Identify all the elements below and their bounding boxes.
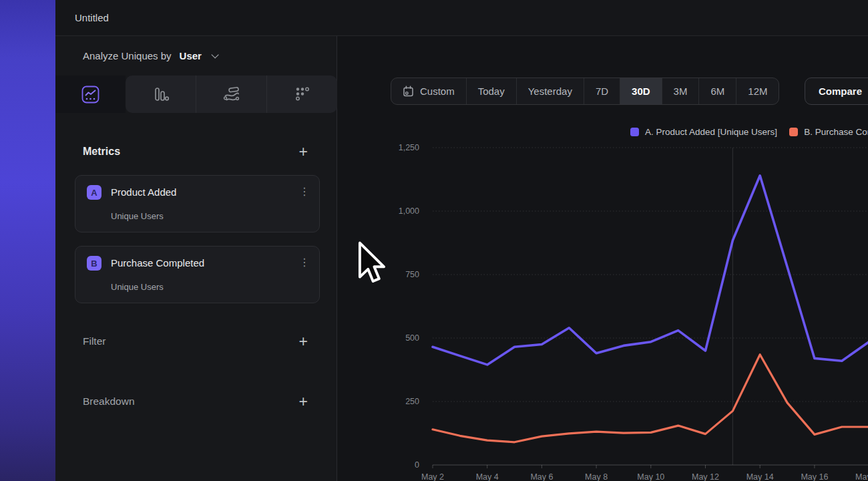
line-chart-canvas[interactable]: 02505007501,0001,250May 2May 4May 6May 8… xyxy=(337,114,868,481)
calendar-icon xyxy=(403,86,414,97)
chevron-down-icon xyxy=(211,51,218,58)
metric-subtitle[interactable]: Unique Users xyxy=(111,282,164,292)
filter-title: Filter xyxy=(83,335,105,347)
x-axis-label: May 8 xyxy=(585,472,608,481)
time-range-option[interactable]: 7D xyxy=(584,78,620,104)
tab-bar-chart[interactable] xyxy=(126,75,196,113)
y-axis-label: 0 xyxy=(415,460,419,470)
x-axis-label: May 14 xyxy=(746,472,774,481)
breakdown-section: Breakdown + xyxy=(55,391,337,412)
metric-options-kebab-icon[interactable]: ⋮ xyxy=(299,185,310,198)
y-axis-label: 250 xyxy=(405,397,419,406)
metrics-title: Metrics xyxy=(83,146,120,158)
metric-card-b[interactable]: B Purchase Completed Unique Users ⋮ xyxy=(75,246,320,303)
tab-metrics-grid[interactable] xyxy=(266,75,337,113)
add-metric-button[interactable]: + xyxy=(299,145,308,158)
time-range-option[interactable]: 6M xyxy=(698,78,736,104)
time-range-selector: Custom Today Yesterday 7D 30D 3M 6M 12M xyxy=(391,77,779,105)
analyze-by-label: Analyze Uniques by xyxy=(83,50,172,61)
report-title[interactable]: Untitled xyxy=(75,12,109,23)
metric-badge-a: A xyxy=(87,185,101,200)
chart-type-tabs xyxy=(55,75,337,113)
time-range-option[interactable]: 3M xyxy=(662,78,699,104)
chart-type-tab-group xyxy=(126,75,337,113)
x-axis-label: May 18 xyxy=(855,472,868,481)
metrics-header: Metrics + xyxy=(55,141,337,162)
metric-badge-b: B xyxy=(87,256,101,271)
x-axis-label: May 6 xyxy=(530,472,553,481)
y-axis-label: 1,250 xyxy=(399,143,419,152)
time-range-option[interactable]: Custom xyxy=(391,78,466,104)
metric-subtitle[interactable]: Unique Users xyxy=(111,211,164,221)
analytics-app: Untitled Analyze Uniques by User xyxy=(0,0,868,481)
flow-icon xyxy=(222,86,240,104)
series-line[interactable] xyxy=(433,176,868,365)
analyze-by-value-dropdown[interactable]: User xyxy=(180,50,202,61)
x-axis-label: May 4 xyxy=(476,472,499,481)
add-filter-button[interactable]: + xyxy=(299,335,308,348)
time-range-option[interactable]: 30D xyxy=(620,78,662,104)
time-range-option[interactable]: Today xyxy=(466,78,516,104)
metric-options-kebab-icon[interactable]: ⋮ xyxy=(299,256,310,269)
breakdown-title: Breakdown xyxy=(83,395,135,408)
mouse-cursor xyxy=(356,240,387,289)
compare-button[interactable]: Compare xyxy=(805,77,868,105)
tab-insights-chart[interactable] xyxy=(55,75,126,113)
dots-grid-icon xyxy=(294,86,311,103)
x-axis-label: May 10 xyxy=(637,472,664,481)
time-range-option[interactable]: Yesterday xyxy=(516,78,584,104)
filter-section: Filter + xyxy=(55,331,337,352)
left-gradient-strip xyxy=(0,0,55,481)
time-range-option[interactable]: 12M xyxy=(736,78,779,104)
y-axis-label: 750 xyxy=(405,270,419,279)
y-axis-label: 1,000 xyxy=(399,206,419,216)
x-axis-label: May 2 xyxy=(421,472,444,481)
x-axis-label: May 16 xyxy=(801,472,828,481)
y-axis-label: 500 xyxy=(405,333,419,343)
metric-card-a[interactable]: A Product Added Unique Users ⋮ xyxy=(75,175,320,232)
metric-title: Product Added xyxy=(111,186,176,198)
line-chart-icon xyxy=(81,86,99,104)
config-sidebar: Analyze Uniques by User xyxy=(55,36,337,481)
metric-title: Purchase Completed xyxy=(111,257,204,269)
topbar: Untitled xyxy=(55,0,868,36)
add-breakdown-button[interactable]: + xyxy=(299,395,308,408)
tab-flow-chart[interactable] xyxy=(196,75,266,113)
analyze-by-row: Analyze Uniques by User xyxy=(55,36,337,75)
x-axis-label: May 12 xyxy=(692,472,719,481)
series-line[interactable] xyxy=(433,355,868,442)
bar-chart-icon xyxy=(152,86,170,103)
